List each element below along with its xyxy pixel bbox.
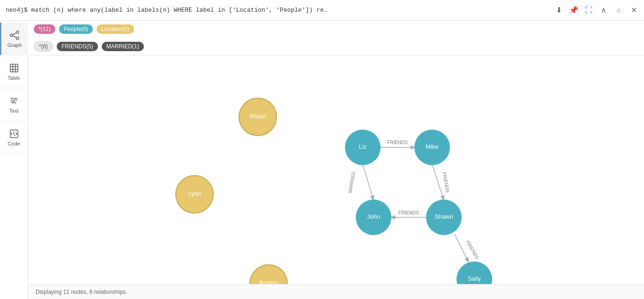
badge-location[interactable]: Location(5) [97,24,134,34]
node-mike[interactable] [414,130,450,165]
code-icon [9,129,19,139]
edge-label-shawn-sally: FRIENDS [465,239,480,260]
sidebar-label-text: Text [9,108,18,114]
badge-friends[interactable]: FRIENDS(5) [57,42,97,51]
sidebar-item-code[interactable]: Code [0,121,28,154]
svg-point-0 [10,34,13,37]
edge-liz-john [363,164,374,200]
badge-all-rels[interactable]: *(6) [34,41,53,52]
edge-label-liz-mike: FRIENDS [387,140,408,145]
edge-label-liz-john: MARRIED [347,171,356,193]
sidebar: Graph Table Text [0,21,28,299]
node-sally[interactable] [457,261,492,284]
sidebar-label-graph: Graph [7,42,22,48]
pin-icon[interactable]: 📌 [569,6,578,15]
graph-svg: FRIENDS MARRIED FRIENDS FRIENDS FRIENDS … [28,56,644,284]
up-icon[interactable]: ∧ [599,6,608,15]
node-boston[interactable] [250,265,287,284]
node-lynn[interactable] [176,176,213,213]
status-bar: Displaying 11 nodes, 6 relationships. [28,284,644,299]
edge-label-shawn-john: FRIENDS [398,210,419,215]
svg-point-2 [16,37,19,39]
status-text: Displaying 11 nodes, 6 relationships. [36,289,127,295]
svg-point-1 [16,31,19,33]
node-liz[interactable] [345,130,381,165]
sidebar-label-table: Table [7,75,20,81]
node-john[interactable] [356,199,391,235]
top-bar-icons: ⬇ 📌 ⛶ ∧ ○ ✕ [554,6,638,15]
expand-icon[interactable]: ⛶ [584,6,593,15]
close-icon[interactable]: ✕ [629,6,638,15]
sidebar-label-code: Code [7,141,20,146]
badge-people[interactable]: People(6) [59,24,93,34]
edge-mike-shawn [432,164,444,200]
node-miami[interactable] [239,98,277,136]
filter-bar: *(11) People(6) Location(5) *(6) FRIENDS… [28,21,644,56]
graph-icon [9,30,20,40]
svg-line-14 [14,131,15,136]
edge-label-mike-shawn: FRIENDS [442,172,450,193]
svg-line-4 [13,35,16,37]
svg-rect-5 [10,64,18,72]
sidebar-item-table[interactable]: Table [0,55,28,88]
edge-shawn-sally [455,234,469,262]
table-icon [9,63,19,73]
search-icon[interactable]: ○ [614,6,623,15]
query-text: neo4j$ match (n) where any(label in labe… [6,7,550,14]
text-icon [9,96,19,106]
svg-line-3 [13,32,16,34]
badge-married[interactable]: MARRIED(1) [102,42,144,51]
sidebar-item-text[interactable]: Text [0,88,28,121]
main-layout: Graph Table Text [0,21,644,299]
sidebar-item-graph[interactable]: Graph [0,23,28,55]
top-bar: neo4j$ match (n) where any(label in labe… [0,0,644,21]
badge-all-nodes[interactable]: *(11) [34,24,55,34]
graph-canvas[interactable]: FRIENDS MARRIED FRIENDS FRIENDS FRIENDS … [28,56,644,284]
download-icon[interactable]: ⬇ [554,6,563,15]
content: *(11) People(6) Location(5) *(6) FRIENDS… [28,21,644,299]
node-shawn[interactable] [426,199,462,235]
